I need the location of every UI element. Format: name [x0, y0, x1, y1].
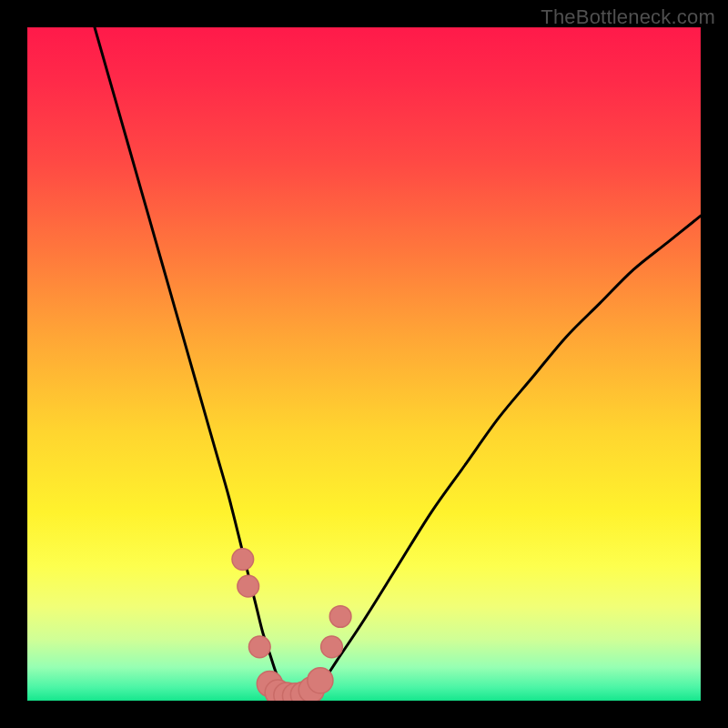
bottleneck-markers	[232, 549, 351, 701]
bottleneck-marker	[238, 575, 259, 597]
chart-svg	[27, 27, 701, 701]
bottleneck-marker	[329, 606, 351, 628]
bottleneck-plot	[27, 27, 701, 701]
bottleneck-marker	[308, 668, 333, 693]
bottleneck-marker	[248, 636, 270, 658]
bottleneck-chart-frame: TheBottleneck.com	[0, 0, 728, 728]
watermark-text: TheBottleneck.com	[541, 5, 715, 29]
bottleneck-marker	[321, 636, 343, 658]
bottleneck-curve	[95, 27, 701, 698]
bottleneck-marker	[232, 549, 254, 571]
